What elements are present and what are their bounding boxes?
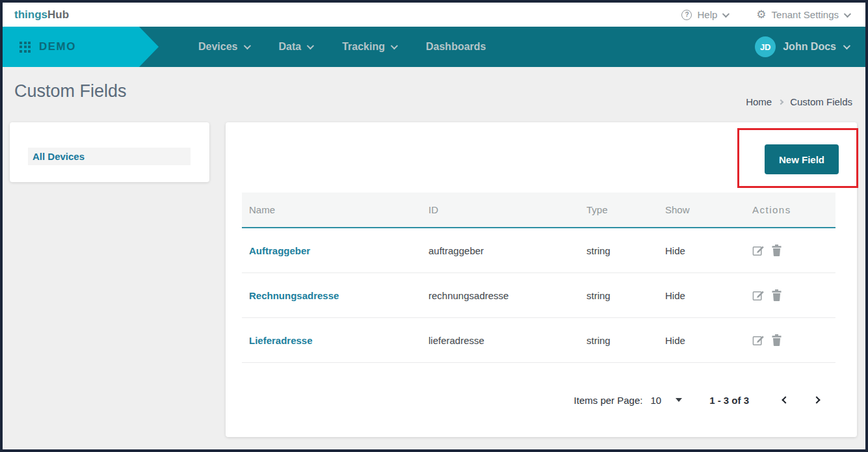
chevron-down-icon (843, 42, 850, 49)
field-name-link[interactable]: Lieferadresse (249, 335, 428, 346)
chevron-down-icon (307, 42, 314, 49)
delete-icon[interactable] (772, 334, 782, 346)
user-menu[interactable]: JD John Docs (755, 27, 848, 67)
edit-icon[interactable] (752, 245, 765, 257)
table-row: Auftraggeber auftraggeber string Hide (242, 228, 835, 273)
logo-hub: Hub (47, 8, 69, 21)
main-nav-bar: DEMO Devices Data Tracking Dashboards JD… (3, 27, 865, 67)
avatar: JD (755, 36, 776, 57)
nav-item-label: Tracking (342, 41, 385, 53)
nav-item-label: Devices (198, 41, 238, 53)
pagination-bar: Items per Page: 10 1 - 3 of 3 (574, 393, 823, 406)
field-show: Hide (665, 290, 752, 301)
pagination-range: 1 - 3 of 3 (709, 395, 749, 406)
delete-icon[interactable] (772, 289, 782, 301)
thingshub-logo[interactable]: thingsHub (14, 8, 69, 21)
help-menu[interactable]: ? Help (681, 9, 728, 20)
previous-page-button[interactable] (779, 393, 792, 406)
row-actions (752, 245, 835, 257)
column-header-id: ID (428, 204, 586, 215)
nav-item-label: Dashboards (426, 41, 486, 53)
nav-item-data[interactable]: Data (279, 41, 313, 53)
sidebar-card: All Devices (10, 122, 209, 182)
column-header-name: Name (249, 204, 428, 215)
items-per-page-label: Items per Page: (574, 395, 643, 406)
chevron-right-icon (778, 99, 783, 104)
field-id: rechnungsadresse (428, 290, 586, 301)
nav-item-devices[interactable]: Devices (198, 41, 249, 53)
new-field-button[interactable]: New Field (765, 144, 839, 174)
sidebar-item-all-devices[interactable]: All Devices (28, 148, 191, 165)
breadcrumb: Home Custom Fields (746, 96, 852, 107)
edit-icon[interactable] (752, 289, 765, 302)
field-type: string (586, 335, 665, 346)
topbar-menu: ? Help ⚙ Tenant Settings (681, 9, 849, 20)
custom-fields-card: New Field Name ID Type Show Actions Auft… (226, 122, 857, 437)
next-page-button[interactable] (810, 393, 823, 406)
column-header-actions: Actions (752, 204, 835, 215)
help-label: Help (697, 9, 717, 20)
nav-item-tracking[interactable]: Tracking (342, 41, 396, 53)
field-id: auftraggeber (428, 245, 586, 256)
field-show: Hide (665, 335, 752, 346)
tenant-name: DEMO (39, 40, 76, 53)
row-actions (752, 289, 835, 302)
help-circle-icon: ? (681, 10, 692, 20)
top-bar: thingsHub ? Help ⚙ Tenant Settings (3, 3, 865, 27)
chevron-down-icon (391, 42, 398, 49)
field-name-link[interactable]: Auftraggeber (249, 245, 428, 256)
table-row: Rechnungsadresse rechnungsadresse string… (242, 273, 835, 318)
app-window: thingsHub ? Help ⚙ Tenant Settings DEMO … (0, 0, 868, 452)
breadcrumb-current: Custom Fields (790, 96, 852, 107)
items-per-page-value[interactable]: 10 (650, 395, 661, 406)
tenant-settings-menu[interactable]: ⚙ Tenant Settings (756, 9, 849, 20)
chevron-down-icon (243, 42, 250, 49)
chevron-down-icon (844, 10, 851, 17)
edit-icon[interactable] (752, 334, 765, 347)
logo-things: things (14, 8, 47, 21)
page-title: Custom Fields (14, 81, 127, 101)
row-actions (752, 334, 835, 347)
nav-menu: Devices Data Tracking Dashboards (198, 27, 486, 67)
field-id: lieferadresse (428, 335, 586, 346)
nav-item-label: Data (279, 41, 302, 53)
field-type: string (586, 245, 665, 256)
chevron-down-icon (722, 10, 730, 17)
breadcrumb-home[interactable]: Home (746, 96, 772, 107)
delete-icon[interactable] (772, 245, 782, 256)
tenant-switcher[interactable]: DEMO (3, 27, 159, 67)
table-row: Lieferadresse lieferadresse string Hide (242, 318, 835, 363)
tenant-settings-label: Tenant Settings (772, 9, 839, 20)
field-name-link[interactable]: Rechnungsadresse (249, 290, 428, 301)
custom-fields-table: Name ID Type Show Actions Auftraggeber a… (242, 193, 835, 363)
field-show: Hide (665, 245, 752, 256)
table-header-row: Name ID Type Show Actions (242, 193, 835, 228)
column-header-show: Show (665, 204, 752, 215)
items-per-page-dropdown-icon[interactable] (676, 398, 682, 402)
field-type: string (586, 290, 665, 301)
user-name: John Docs (783, 41, 836, 53)
grid-icon (20, 42, 31, 53)
column-header-type: Type (586, 204, 665, 215)
nav-item-dashboards[interactable]: Dashboards (426, 41, 486, 53)
gear-icon: ⚙ (756, 9, 766, 20)
sidebar-item-label: All Devices (33, 151, 85, 162)
